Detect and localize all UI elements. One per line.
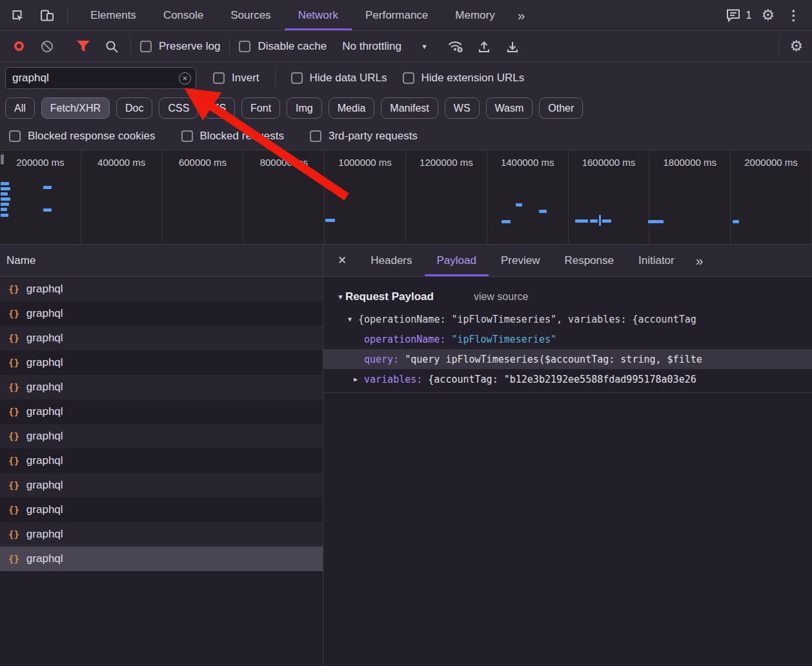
request-row-selected[interactable]: {}graphql — [0, 547, 323, 571]
clear-filter-icon[interactable]: ✕ — [179, 72, 191, 85]
checkbox-box — [140, 41, 152, 52]
request-name: graphql — [26, 503, 63, 516]
more-tabs-icon[interactable]: » — [509, 0, 534, 30]
type-chip-js[interactable]: JS — [205, 97, 235, 119]
hide-extension-urls-checkbox[interactable]: Hide extension URLs — [403, 72, 525, 85]
overview-column: 1000000 ms — [325, 150, 406, 244]
details-tab-initiator[interactable]: Initiator — [626, 245, 687, 276]
payload-root-row[interactable]: ▼ {operationName: "ipFlowTimeseries", va… — [323, 309, 812, 329]
search-icon[interactable] — [102, 37, 121, 56]
request-name: graphql — [26, 479, 63, 492]
overview-time-label: 1200000 ms — [406, 157, 487, 168]
checkbox-box — [291, 72, 303, 84]
separator — [67, 7, 68, 24]
type-chip-img[interactable]: Img — [287, 97, 322, 119]
json-value: "ipFlowTimeseries" — [451, 334, 556, 345]
fetch-xhr-icon: {} — [8, 358, 19, 368]
view-source-link[interactable]: view source — [474, 291, 528, 303]
type-chip-doc[interactable]: Doc — [116, 97, 152, 119]
tab-performance[interactable]: Performance — [352, 0, 442, 30]
request-type-chips: All Fetch/XHR Doc CSS JS Font Img Media … — [0, 94, 812, 123]
record-icon — [14, 41, 24, 51]
fetch-xhr-icon: {} — [8, 382, 19, 392]
request-row[interactable]: {}graphql — [0, 350, 323, 375]
invert-checkbox[interactable]: Invert — [213, 72, 259, 85]
blocked-response-cookies-checkbox[interactable]: Blocked response cookies — [9, 130, 156, 143]
third-party-requests-checkbox[interactable]: 3rd-party requests — [310, 130, 418, 143]
hide-data-urls-checkbox[interactable]: Hide data URLs — [291, 72, 387, 85]
close-details-icon[interactable]: ✕ — [323, 245, 358, 276]
import-har-icon[interactable] — [474, 37, 494, 56]
request-row[interactable]: {}graphql — [0, 399, 323, 424]
throttling-select[interactable]: No throttling ▼ — [342, 40, 428, 53]
record-network-log-button[interactable] — [9, 37, 28, 56]
overview-time-label: 2000000 ms — [731, 157, 811, 168]
expand-triangle-icon[interactable]: ▶ — [354, 376, 364, 383]
details-tab-headers[interactable]: Headers — [358, 245, 424, 276]
request-row[interactable]: {}graphql — [0, 424, 323, 449]
export-har-icon[interactable] — [503, 37, 522, 56]
request-row[interactable]: {}graphql — [0, 449, 323, 473]
tab-elements[interactable]: Elements — [77, 0, 150, 30]
type-chip-media[interactable]: Media — [329, 97, 375, 119]
disable-cache-checkbox[interactable]: Disable cache — [239, 40, 327, 53]
network-settings-gear-icon[interactable]: ⚙ — [789, 39, 803, 54]
more-details-tabs-icon[interactable]: » — [687, 245, 713, 276]
payload-pane: ▼ Request Payload view source ▼ {operati… — [323, 277, 812, 393]
overview-time-label: 1400000 ms — [487, 157, 568, 168]
clear-network-log-button[interactable] — [37, 37, 57, 56]
details-tab-response[interactable]: Response — [552, 245, 626, 276]
expand-triangle-icon[interactable]: ▼ — [348, 316, 358, 323]
payload-row-variables[interactable]: ▶ variables: {accountTag: "b12e3b2192ee5… — [323, 369, 812, 389]
tab-memory[interactable]: Memory — [442, 0, 508, 30]
fetch-xhr-icon: {} — [8, 529, 19, 540]
network-conditions-icon[interactable] — [446, 37, 465, 56]
top-right-controls: 1 ⚙ ⋮ — [726, 0, 812, 30]
overview-column: 1400000 ms — [487, 150, 569, 244]
details-tab-payload[interactable]: Payload — [425, 245, 489, 276]
request-row[interactable]: {}graphql — [0, 473, 323, 498]
collapse-triangle-icon[interactable]: ▼ — [337, 293, 344, 301]
name-column-header[interactable]: Name — [0, 245, 323, 277]
network-overview[interactable]: 200000 ms 400000 ms 600000 ms 800000 ms … — [0, 150, 812, 245]
type-chip-ws[interactable]: WS — [445, 97, 480, 119]
preserve-log-checkbox[interactable]: Preserve log — [140, 40, 220, 53]
tab-network[interactable]: Network — [285, 0, 352, 30]
overview-column: 200000 ms — [0, 150, 81, 244]
blocked-requests-checkbox[interactable]: Blocked requests — [181, 130, 284, 143]
fetch-xhr-icon: {} — [8, 456, 19, 466]
settings-gear-icon[interactable]: ⚙ — [761, 8, 775, 23]
request-name: graphql — [26, 552, 63, 565]
payload-row-operationname[interactable]: operationName: "ipFlowTimeseries" — [323, 329, 812, 349]
request-row[interactable]: {}graphql — [0, 301, 323, 326]
type-chip-fetch-xhr[interactable]: Fetch/XHR — [41, 97, 110, 119]
request-row[interactable]: {}graphql — [0, 375, 323, 399]
tab-sources[interactable]: Sources — [217, 0, 284, 30]
type-chip-font[interactable]: Font — [241, 97, 280, 119]
payload-row-query-selected[interactable]: query: "query ipFlowTimeseries($accountT… — [323, 349, 812, 369]
request-row[interactable]: {}graphql — [0, 522, 323, 547]
filter-funnel-icon[interactable] — [74, 37, 93, 56]
inspect-element-icon[interactable] — [8, 6, 27, 25]
kebab-menu-icon[interactable]: ⋮ — [784, 8, 803, 23]
preserve-log-label: Preserve log — [159, 40, 220, 53]
type-chip-css[interactable]: CSS — [159, 97, 198, 119]
request-name: graphql — [26, 332, 63, 345]
type-chip-manifest[interactable]: Manifest — [381, 97, 438, 119]
request-row[interactable]: {}graphql — [0, 498, 323, 522]
type-chip-other[interactable]: Other — [539, 97, 583, 119]
console-messages-badge[interactable]: 1 — [726, 8, 751, 23]
device-toolbar-icon[interactable] — [37, 6, 57, 25]
filter-input[interactable] — [5, 67, 196, 89]
details-tab-preview[interactable]: Preview — [489, 245, 552, 276]
hide-data-urls-label: Hide data URLs — [310, 72, 387, 85]
request-row[interactable]: {}graphql — [0, 277, 323, 301]
type-chip-all[interactable]: All — [5, 97, 35, 119]
overview-scrollbar[interactable] — [1, 154, 4, 165]
request-row[interactable]: {}graphql — [0, 326, 323, 350]
separator — [130, 38, 131, 55]
overview-time-label: 600000 ms — [163, 157, 243, 168]
fetch-xhr-icon: {} — [8, 333, 19, 343]
type-chip-wasm[interactable]: Wasm — [486, 97, 533, 119]
tab-console[interactable]: Console — [150, 0, 217, 30]
